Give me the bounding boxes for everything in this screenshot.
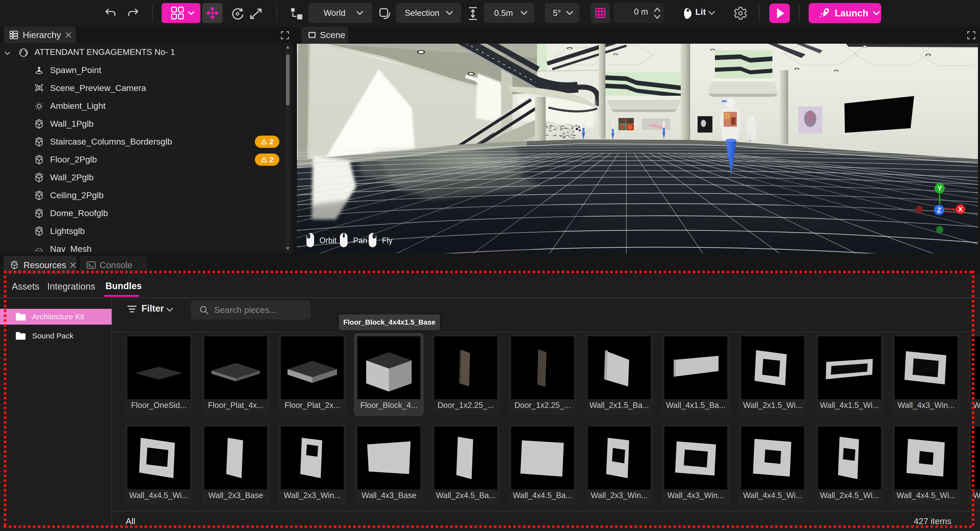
svg-text:X: X xyxy=(958,206,963,213)
svg-text:Pan: Pan xyxy=(353,236,367,245)
svg-text:Fly: Fly xyxy=(382,236,393,245)
svg-text:Z: Z xyxy=(937,206,942,214)
svg-text:Orbit: Orbit xyxy=(320,236,337,245)
svg-text:Y: Y xyxy=(937,185,942,192)
